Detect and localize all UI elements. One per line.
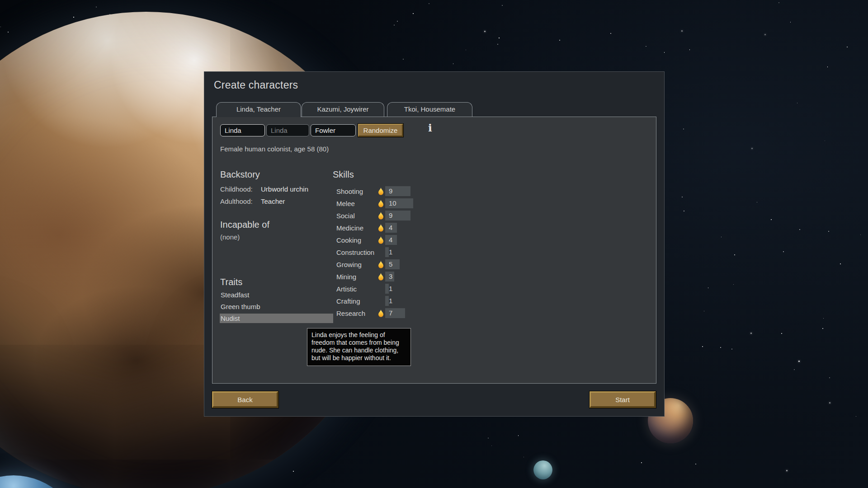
skill-name: Medicine — [336, 222, 363, 234]
skill-value: 9 — [385, 211, 392, 221]
passion-flame-icon — [378, 212, 384, 220]
skill-name: Social — [336, 210, 355, 222]
trait-tooltip: Linda enjoys the feeling of freedom that… — [307, 328, 411, 366]
trait-steadfast[interactable]: Steadfast — [220, 290, 333, 300]
passion-flame-icon — [378, 261, 384, 268]
skill-value: 5 — [385, 259, 392, 269]
skill-name: Melee — [336, 197, 355, 210]
passion-flame-icon — [378, 224, 384, 232]
skill-name: Cooking — [336, 234, 361, 246]
skill-row-growing[interactable]: Growing 5 — [336, 258, 531, 271]
skill-row-medicine[interactable]: Medicine 4 — [336, 222, 531, 234]
skill-value: 3 — [385, 272, 392, 282]
skill-bar: 5 — [385, 259, 400, 269]
skill-value: 10 — [385, 198, 396, 208]
skill-bar: 4 — [385, 235, 397, 245]
tab-character-2[interactable]: Kazumi, Joywirer — [302, 102, 384, 117]
skill-row-melee[interactable]: Melee 10 — [336, 197, 531, 210]
skill-name: Artistic — [336, 283, 357, 295]
skill-row-artistic[interactable]: Artistic 1 — [336, 283, 531, 295]
dialog-title: Create characters — [214, 79, 298, 91]
incapable-heading: Incapable of — [220, 220, 269, 230]
skill-name: Crafting — [336, 295, 360, 307]
tab-character-1[interactable]: Linda, Teacher — [216, 102, 301, 117]
skill-bar: 9 — [385, 211, 410, 221]
passion-flame-icon — [378, 273, 384, 281]
skill-name: Growing — [336, 258, 362, 271]
skill-row-shooting[interactable]: Shooting 9 — [336, 185, 531, 197]
skill-row-cooking[interactable]: Cooking 4 — [336, 234, 531, 246]
start-button[interactable]: Start — [590, 391, 656, 408]
skill-value: 7 — [385, 308, 392, 318]
skills-heading: Skills — [333, 169, 354, 180]
passion-flame-icon — [378, 310, 384, 317]
passion-flame-icon — [378, 236, 384, 244]
passion-flame-icon — [378, 188, 384, 195]
skill-row-construction[interactable]: Construction 1 — [336, 246, 531, 258]
skill-row-research[interactable]: Research 7 — [336, 307, 531, 319]
first-name-input[interactable] — [220, 124, 265, 136]
back-button[interactable]: Back — [212, 391, 278, 408]
last-name-input[interactable] — [311, 124, 356, 136]
skill-bar: 10 — [385, 198, 413, 208]
traits-heading: Traits — [220, 277, 242, 287]
skill-name: Research — [336, 307, 365, 319]
moon-teal — [533, 460, 552, 479]
skill-name: Shooting — [336, 185, 363, 197]
trait-nudist[interactable]: Nudist — [220, 314, 333, 323]
adulthood-label: Adulthood: — [220, 197, 253, 205]
skill-bar: 1 — [385, 284, 389, 294]
skill-value: 1 — [385, 247, 392, 257]
character-panel: Randomize i Female human colonist, age 5… — [212, 117, 656, 384]
childhood-label: Childhood: — [220, 185, 253, 193]
info-icon[interactable]: i — [428, 122, 432, 134]
adulthood-value[interactable]: Teacher — [261, 197, 285, 205]
skill-bar: 7 — [385, 308, 405, 318]
skill-bar: 1 — [385, 296, 389, 306]
skill-name: Mining — [336, 271, 356, 283]
incapable-value: (none) — [220, 233, 240, 241]
skill-name: Construction — [336, 246, 374, 258]
skill-bar: 9 — [385, 186, 410, 196]
skill-value: 1 — [385, 284, 392, 294]
tab-character-3[interactable]: Tkoi, Housemate — [387, 102, 472, 117]
skill-row-social[interactable]: Social 9 — [336, 210, 531, 222]
skill-value: 4 — [385, 223, 392, 233]
backstory-heading: Backstory — [220, 169, 260, 180]
skill-bar: 3 — [385, 272, 394, 282]
character-summary: Female human colonist, age 58 (80) — [220, 145, 329, 153]
skill-bar: 4 — [385, 223, 397, 233]
skill-value: 4 — [385, 235, 392, 245]
trait-green-thumb[interactable]: Green thumb — [220, 302, 333, 311]
skill-value: 9 — [385, 186, 392, 196]
childhood-value[interactable]: Urbworld urchin — [261, 185, 308, 193]
skill-row-mining[interactable]: Mining 3 — [336, 271, 531, 283]
nickname-input[interactable] — [266, 124, 309, 136]
randomize-button[interactable]: Randomize — [358, 124, 403, 137]
skill-row-crafting[interactable]: Crafting 1 — [336, 295, 531, 307]
create-characters-dialog: Create characters Linda, Teacher Kazumi,… — [204, 71, 665, 417]
skill-bar: 1 — [385, 247, 389, 257]
skill-value: 1 — [385, 296, 392, 306]
passion-flame-icon — [378, 200, 384, 207]
